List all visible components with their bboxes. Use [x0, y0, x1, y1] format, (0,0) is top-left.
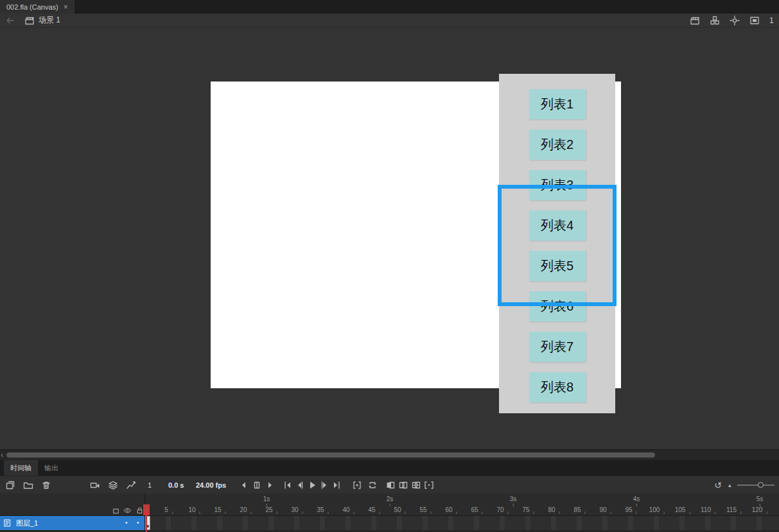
elapsed-time-value: 0.0 s — [168, 481, 184, 489]
ruler-second-label: 4s — [633, 495, 640, 502]
layer-lock-dot[interactable]: • — [137, 516, 139, 530]
eye-icon[interactable] — [123, 506, 132, 514]
ruler-second-label: 3s — [510, 495, 517, 502]
ruler-frame-label: 60 — [445, 506, 452, 513]
ruler-second-label: 1s — [263, 495, 270, 502]
edit-scene-icon[interactable] — [690, 15, 700, 26]
reset-timeline-zoom-button[interactable]: ↺ — [714, 480, 722, 490]
tab-timeline[interactable]: 时间轴 — [4, 460, 38, 476]
list-button[interactable]: 列表7 — [529, 332, 586, 362]
animate-window: 002.fla (Canvas) × 场景 1 1 — [0, 0, 779, 532]
selection-rectangle[interactable] — [498, 185, 617, 306]
tab-output[interactable]: 输出 — [38, 460, 65, 476]
step-forward-button[interactable] — [319, 480, 329, 490]
loop-playback-button[interactable] — [367, 480, 378, 490]
list-button[interactable]: 列表8 — [529, 372, 586, 402]
ruler-frame-label: 80 — [548, 506, 555, 513]
ruler-frame-label: 25 — [265, 506, 272, 513]
onion-skin-outlines-button[interactable] — [398, 480, 408, 490]
frame-rate-value[interactable]: 24.00 fps — [196, 481, 226, 489]
slider-track[interactable] — [737, 485, 775, 486]
ruler-second-label: 5s — [757, 495, 764, 502]
ruler-frame-label: 15 — [214, 506, 221, 513]
ruler-frame-label: 90 — [599, 506, 606, 513]
timeline-ruler[interactable]: 1s2s3s4s5s 51015202530354045505560657075… — [0, 493, 779, 516]
center-stage-icon[interactable] — [730, 15, 740, 26]
ruler-frame-label: 55 — [419, 506, 426, 513]
ruler-frame-label: 75 — [522, 506, 529, 513]
document-tabbar: 002.fla (Canvas) × — [0, 0, 779, 13]
layer-row[interactable]: 图层_1 • • — [0, 516, 144, 530]
center-frame-button[interactable] — [352, 480, 362, 490]
delete-layer-button[interactable] — [41, 480, 51, 490]
document-tab[interactable]: 002.fla (Canvas) × — [0, 0, 74, 13]
frame-grid[interactable] — [145, 516, 779, 530]
layer-visible-dot[interactable]: • — [125, 516, 128, 530]
new-layer-button[interactable] — [5, 480, 15, 490]
list-button[interactable]: 列表1 — [529, 89, 586, 119]
document-tab-title: 002.fla (Canvas) — [6, 3, 58, 11]
timeline-layers: 图层_1 • • — [0, 516, 779, 532]
edit-bar: 场景 1 1 — [0, 13, 779, 28]
ruler-frame-label: 70 — [496, 506, 503, 513]
ruler-frame-label: 65 — [471, 506, 478, 513]
go-first-frame-button[interactable] — [283, 480, 293, 490]
clip-content-icon[interactable] — [749, 15, 760, 26]
ruler-frame-label: 5 — [164, 506, 168, 513]
scene-clapperboard-icon — [24, 15, 35, 26]
ruler-frame-label: 85 — [573, 506, 581, 513]
ruler-frame-label: 105 — [675, 506, 686, 513]
step-back-button[interactable] — [295, 480, 305, 490]
modify-markers-button[interactable] — [424, 480, 434, 490]
close-tab-icon[interactable]: × — [64, 3, 68, 11]
ruler-frame-label: 110 — [701, 506, 711, 513]
horizontal-scrollbar[interactable]: ‹ — [0, 449, 779, 460]
layer-name[interactable]: 图层_1 — [16, 519, 38, 528]
next-frame-button[interactable] — [265, 480, 275, 490]
ruler-frame-label: 100 — [649, 506, 660, 513]
ruler-frame-label: 35 — [317, 506, 324, 513]
list-button[interactable]: 列表2 — [529, 130, 586, 160]
scroll-left-icon[interactable]: ‹ — [1, 450, 3, 460]
prev-frame-button[interactable] — [239, 480, 249, 490]
parenting-view-button[interactable] — [126, 480, 136, 490]
ruler-frame-label: 115 — [726, 506, 737, 513]
ruler-frame-label: 30 — [291, 506, 298, 513]
go-last-frame-button[interactable] — [331, 480, 342, 490]
edit-multiple-frames-button[interactable] — [411, 480, 421, 490]
timeline-toolbar: 1 0.0 s 24.00 fps — [0, 476, 779, 493]
ruler-frame-label: 40 — [342, 506, 349, 513]
edit-symbols-icon[interactable] — [710, 15, 720, 26]
ruler-frame-label: 20 — [240, 506, 247, 513]
ruler-second-label: 2s — [387, 495, 394, 502]
scrollbar-thumb[interactable] — [6, 452, 655, 458]
current-frame-value[interactable]: 1 — [148, 481, 152, 489]
playhead[interactable] — [143, 504, 150, 532]
layer-page-icon — [3, 519, 12, 528]
new-folder-button[interactable] — [23, 480, 33, 490]
frame-indicator-icon[interactable] — [252, 480, 262, 490]
ruler-frame-label: 95 — [625, 506, 632, 513]
slider-thumb[interactable] — [758, 482, 764, 488]
layer-depth-button[interactable] — [108, 480, 118, 490]
ruler-frame-label: 10 — [188, 506, 195, 513]
back-arrow-icon[interactable] — [5, 15, 15, 26]
outline-column-icon[interactable] — [112, 506, 120, 515]
ruler-frame-label: 120 — [752, 506, 763, 513]
play-button[interactable] — [307, 480, 317, 490]
onion-skin-button[interactable] — [385, 480, 396, 490]
ruler-frame-label: 50 — [394, 506, 401, 513]
zoom-value[interactable]: 1 — [769, 16, 774, 25]
timeline-panel-tabs: 时间轴 输出 — [0, 460, 779, 476]
scene-breadcrumb[interactable]: 场景 1 — [39, 15, 60, 26]
playhead-line — [146, 515, 147, 532]
ruler-frame-label: 45 — [368, 506, 375, 513]
zoom-out-caret-icon[interactable]: ▴ — [728, 482, 731, 488]
timeline-zoom-slider[interactable] — [737, 481, 775, 489]
playhead-head[interactable] — [143, 504, 150, 515]
camera-button[interactable] — [90, 480, 100, 490]
